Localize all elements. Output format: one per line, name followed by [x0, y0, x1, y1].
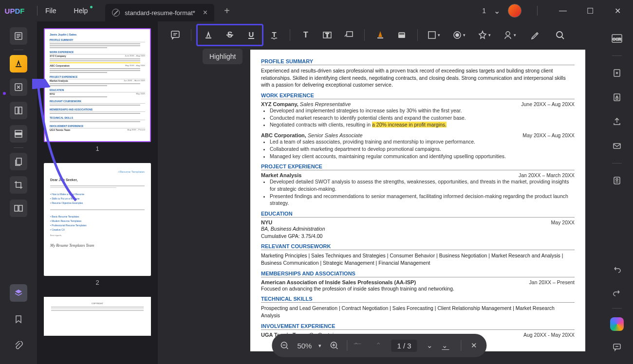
- ocr-tool-icon[interactable]: OCR: [610, 31, 624, 46]
- tab-doc-icon: [112, 9, 120, 17]
- svg-rect-35: [616, 97, 618, 99]
- tab-close-button[interactable]: ×: [203, 8, 207, 17]
- svg-rect-8: [15, 205, 18, 211]
- document-page[interactable]: PROFILE SUMMARY Experienced and results-…: [250, 50, 585, 351]
- close-button[interactable]: ✕: [608, 3, 627, 18]
- right-toolbar: OCR: [601, 21, 633, 364]
- edit-tool[interactable]: [10, 78, 27, 96]
- prev-page-button[interactable]: ⌃: [372, 340, 384, 351]
- redact-tool[interactable]: [10, 125, 27, 143]
- titlebar: UPDF File Help standard-resume-format* ×…: [0, 0, 633, 21]
- minimize-button[interactable]: —: [553, 3, 573, 18]
- note-tool-icon[interactable]: [165, 25, 186, 45]
- highlight-tool-icon[interactable]: [198, 25, 219, 45]
- comment-tool[interactable]: [10, 55, 27, 73]
- first-page-button[interactable]: ⌃―: [354, 340, 366, 351]
- document-view: S U T T T ▾ ▾ ▾ ▾ Highlight PROFILE SUMM…: [158, 21, 601, 364]
- svg-rect-4: [19, 107, 22, 114]
- compare-tool[interactable]: [10, 200, 27, 217]
- chat-tool-icon[interactable]: [610, 340, 624, 354]
- svg-text:OCR: OCR: [613, 37, 621, 41]
- crop-tool[interactable]: [10, 176, 27, 194]
- underline-tool-icon[interactable]: U: [241, 25, 262, 45]
- convert-tool-icon[interactable]: [610, 66, 624, 80]
- attachment-tool[interactable]: [10, 337, 27, 354]
- tab-page-indicator: 1: [482, 7, 486, 15]
- search-icon[interactable]: [549, 25, 571, 45]
- svg-point-27: [506, 32, 510, 36]
- chevron-down-icon[interactable]: ⌄: [494, 6, 500, 16]
- text-tool-icon[interactable]: T: [295, 25, 316, 45]
- thumb-2-label: 2: [44, 279, 151, 286]
- sign-tool-icon[interactable]: ▾: [499, 25, 520, 45]
- strikethrough-tool-icon[interactable]: S: [219, 25, 241, 45]
- menu-help[interactable]: Help: [74, 7, 88, 15]
- pages-tool[interactable]: [10, 153, 27, 170]
- section-tech: TECHNICAL SKILLS: [261, 296, 575, 303]
- thumbnail-1[interactable]: Janis Joplin | Sales PROFILE SUMMARY WOR…: [44, 28, 151, 142]
- section-involvement: INVOLVEMENT EXPERIENCE: [261, 323, 575, 330]
- svg-rect-7: [17, 158, 21, 164]
- svg-rect-1: [16, 66, 21, 67]
- ai-assistant-icon[interactable]: [610, 317, 624, 331]
- next-page-button[interactable]: ⌄: [424, 340, 436, 351]
- form-tool-icon[interactable]: [610, 173, 624, 188]
- thumbnail-3[interactable]: COPYRIGHT: [44, 297, 151, 336]
- section-project: PROJECT EXPERIENCE: [261, 164, 575, 170]
- callout-tool-icon[interactable]: [338, 25, 359, 45]
- svg-rect-11: [205, 37, 211, 38]
- svg-rect-20: [347, 32, 353, 36]
- section-profile: PROFILE SUMMARY: [261, 58, 575, 65]
- left-toolbar: [0, 21, 37, 364]
- maximize-button[interactable]: ☐: [580, 3, 600, 18]
- last-page-button[interactable]: ⌄―: [443, 340, 454, 351]
- document-tab[interactable]: standard-resume-format* ×: [105, 4, 214, 21]
- svg-rect-21: [377, 37, 383, 38]
- menu-file[interactable]: File: [45, 7, 56, 15]
- svg-text:U: U: [249, 30, 254, 38]
- thumbnail-2[interactable]: ⟐Resume Templates Dear Job Seeker, • How…: [44, 163, 151, 276]
- layers-tool[interactable]: [10, 284, 27, 302]
- page-input[interactable]: 1 / 3: [391, 340, 417, 352]
- zoom-bar-close[interactable]: ✕: [468, 340, 480, 351]
- svg-point-28: [557, 32, 562, 37]
- signature-tool-icon[interactable]: [524, 25, 545, 45]
- textbox-tool-icon[interactable]: T: [316, 25, 338, 45]
- highlight-tool-group: S U: [196, 24, 263, 46]
- svg-rect-6: [15, 133, 22, 135]
- sticker-tool-icon[interactable]: ▾: [473, 25, 495, 45]
- highlight-tooltip: Highlight: [203, 49, 242, 64]
- zoom-value: 50%: [297, 342, 312, 350]
- svg-rect-9: [19, 205, 22, 211]
- section-education: EDUCATION: [261, 211, 575, 218]
- new-tab-button[interactable]: +: [224, 5, 230, 17]
- pencil-tool-icon[interactable]: [370, 25, 391, 45]
- svg-rect-3: [15, 107, 18, 114]
- squiggly-tool-icon[interactable]: T: [263, 25, 285, 45]
- zoom-out-button[interactable]: [279, 340, 290, 351]
- section-coursework: RELEVANT COURSEWORK: [261, 243, 575, 250]
- eraser-tool-icon[interactable]: [391, 25, 412, 45]
- email-tool-icon[interactable]: [610, 139, 624, 153]
- undo-icon[interactable]: [610, 261, 624, 276]
- svg-rect-23: [399, 35, 405, 37]
- share-tool-icon[interactable]: [610, 114, 624, 129]
- tab-title: standard-resume-format*: [125, 9, 195, 17]
- bookmark-tool[interactable]: [10, 310, 27, 328]
- zoom-dropdown-icon[interactable]: ▾: [318, 343, 321, 349]
- svg-text:T: T: [272, 30, 276, 38]
- organize-tool[interactable]: [10, 102, 27, 119]
- zoom-in-button[interactable]: [328, 340, 340, 351]
- stamp-tool-icon[interactable]: ▾: [448, 25, 469, 45]
- redo-icon[interactable]: [610, 285, 624, 299]
- reader-tool[interactable]: [10, 27, 27, 45]
- protect-tool-icon[interactable]: [610, 90, 624, 105]
- svg-point-38: [616, 179, 618, 181]
- shape-tool-icon[interactable]: ▾: [423, 25, 444, 45]
- section-memberships: MEMBERSHIPS AND ASSOCIATIONS: [261, 271, 575, 277]
- svg-text:T: T: [303, 31, 308, 39]
- svg-rect-24: [428, 32, 435, 38]
- svg-rect-10: [171, 31, 179, 37]
- user-avatar[interactable]: [508, 4, 521, 18]
- app-logo: UPDF: [0, 7, 29, 15]
